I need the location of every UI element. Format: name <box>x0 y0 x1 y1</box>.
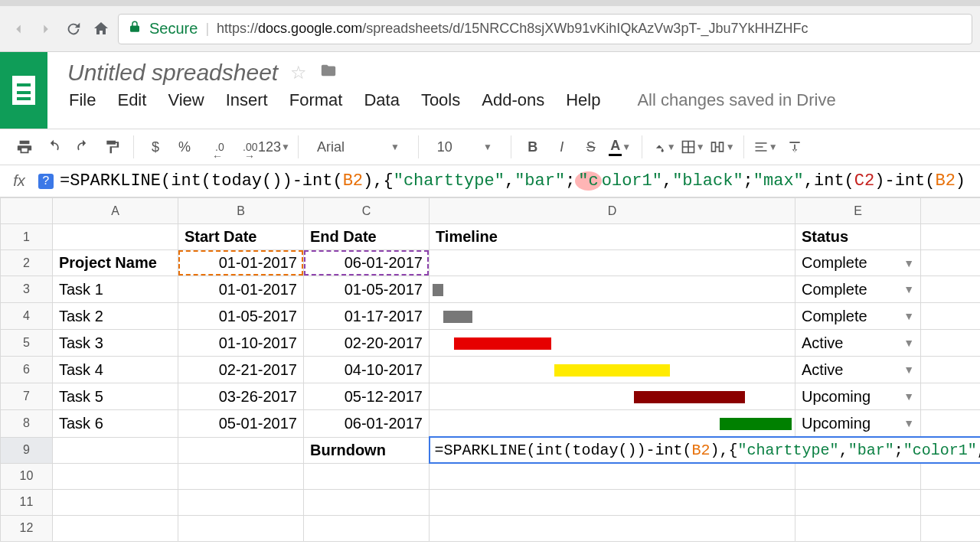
row-header-12[interactable]: 12 <box>1 515 53 541</box>
cell-D7[interactable] <box>430 383 795 410</box>
cell-D3[interactable] <box>430 276 795 303</box>
col-header-A[interactable]: A <box>53 198 178 224</box>
align-button[interactable]: ▼ <box>752 133 779 161</box>
cell-D11[interactable] <box>430 489 795 515</box>
cell-D12[interactable] <box>430 515 795 541</box>
cell-D8[interactable] <box>430 410 795 438</box>
row-header-11[interactable]: 11 <box>1 489 53 515</box>
row-header-4[interactable]: 4 <box>1 303 53 330</box>
cell-F4[interactable] <box>921 303 981 330</box>
cell-B12[interactable] <box>178 515 304 541</box>
cell-E6[interactable]: Active▼ <box>795 357 921 383</box>
home-button[interactable] <box>90 18 112 40</box>
address-bar[interactable]: Secure | https://docs.google.com/spreads… <box>118 14 972 44</box>
cell-D6[interactable] <box>430 357 795 383</box>
menu-edit[interactable]: Edit <box>117 90 146 110</box>
cell-F8[interactable] <box>921 410 981 438</box>
currency-button[interactable]: $ <box>142 133 169 161</box>
text-color-button[interactable]: A ▼ <box>606 133 634 161</box>
cell-F11[interactable] <box>921 489 981 515</box>
menu-tools[interactable]: Tools <box>421 90 460 110</box>
cell-D2[interactable] <box>430 250 795 276</box>
cell-B4[interactable]: 01-05-2017 <box>178 303 304 330</box>
reload-button[interactable] <box>63 18 84 40</box>
cell-E2[interactable]: Complete▼ <box>795 250 921 276</box>
cell-C3[interactable]: 01-05-2017 <box>304 276 430 303</box>
cell-E8[interactable]: Upcoming▼ <box>795 410 921 438</box>
valign-button[interactable] <box>781 133 808 161</box>
status-dropdown[interactable]: Active▼ <box>795 331 920 355</box>
paint-format-button[interactable] <box>98 133 126 161</box>
cell-F12[interactable] <box>921 515 981 541</box>
cell-A4[interactable]: Task 2 <box>53 303 178 330</box>
cell-F6[interactable] <box>921 357 981 383</box>
menu-file[interactable]: File <box>69 90 96 110</box>
row-header-2[interactable]: 2 <box>1 250 53 276</box>
formula-help-icon[interactable]: ? <box>38 174 54 189</box>
col-header-B[interactable]: B <box>178 198 304 224</box>
cell-A9[interactable] <box>53 437 178 463</box>
cell-E10[interactable] <box>795 463 921 489</box>
cell-A11[interactable] <box>53 489 178 515</box>
cell-E4[interactable]: Complete▼ <box>795 303 921 330</box>
status-dropdown[interactable]: Upcoming▼ <box>795 412 920 435</box>
formula-bar[interactable]: fx ? =SPARKLINE(int(today())-int(B2),{"c… <box>0 165 980 197</box>
cell-F10[interactable] <box>921 463 981 489</box>
cell-B1[interactable]: Start Date <box>178 224 304 250</box>
menu-add-ons[interactable]: Add-ons <box>482 90 544 110</box>
font-size-select[interactable]: 10▼ <box>426 139 503 155</box>
cell-D5[interactable] <box>430 330 795 357</box>
cell-A12[interactable] <box>53 515 178 541</box>
doc-title[interactable]: Untitled spreadsheet <box>67 60 278 86</box>
cell-E3[interactable]: Complete▼ <box>795 276 921 303</box>
cell-D4[interactable] <box>430 303 795 330</box>
cell-B5[interactable]: 01-10-2017 <box>178 330 304 357</box>
cell-C1[interactable]: End Date <box>304 224 430 250</box>
sheets-logo[interactable] <box>0 52 47 129</box>
col-header-C[interactable]: C <box>304 198 430 224</box>
percent-button[interactable]: % <box>171 133 198 161</box>
cell-A8[interactable]: Task 6 <box>53 410 178 438</box>
select-all-corner[interactable] <box>1 198 53 224</box>
borders-button[interactable]: ▼ <box>679 133 707 161</box>
menu-format[interactable]: Format <box>289 90 343 110</box>
cell-B11[interactable] <box>178 489 304 515</box>
cell-B10[interactable] <box>178 463 304 489</box>
cell-C12[interactable] <box>304 515 430 541</box>
cell-C9[interactable]: Burndown <box>304 437 430 463</box>
row-header-7[interactable]: 7 <box>1 383 53 410</box>
cell-C6[interactable]: 04-10-2017 <box>304 357 430 383</box>
row-header-9[interactable]: 9 <box>1 437 53 463</box>
merge-button[interactable]: ▼ <box>708 133 736 161</box>
fill-color-button[interactable]: ▼ <box>650 133 678 161</box>
redo-button[interactable] <box>69 133 96 161</box>
cell-B7[interactable]: 03-26-2017 <box>178 383 304 410</box>
col-header-F[interactable] <box>921 198 981 224</box>
cell-D1[interactable]: Timeline <box>430 224 795 250</box>
cell-C4[interactable]: 01-17-2017 <box>304 303 430 330</box>
cell-C7[interactable]: 05-12-2017 <box>304 383 430 410</box>
cell-D10[interactable] <box>430 463 795 489</box>
cell-A1[interactable] <box>53 224 178 250</box>
cell-C5[interactable]: 02-20-2017 <box>304 330 430 357</box>
cell-B9[interactable] <box>178 437 304 463</box>
row-header-3[interactable]: 3 <box>1 276 53 303</box>
cell-E12[interactable] <box>795 515 921 541</box>
status-dropdown[interactable]: Complete▼ <box>795 305 920 328</box>
cell-E7[interactable]: Upcoming▼ <box>795 383 921 410</box>
cell-B2[interactable]: 01-01-2017 <box>178 250 304 276</box>
status-dropdown[interactable]: Complete▼ <box>795 251 920 275</box>
cell-F2[interactable] <box>921 250 981 276</box>
row-header-1[interactable]: 1 <box>1 224 53 250</box>
cell-E5[interactable]: Active▼ <box>795 330 921 357</box>
status-dropdown[interactable]: Complete▼ <box>795 278 920 302</box>
col-header-D[interactable]: D <box>430 198 795 224</box>
font-select[interactable]: Arial▼ <box>306 139 410 155</box>
cell-C10[interactable] <box>304 463 430 489</box>
row-header-5[interactable]: 5 <box>1 330 53 357</box>
col-header-E[interactable]: E <box>795 198 921 224</box>
print-button[interactable] <box>11 133 38 161</box>
cell-D9-editing[interactable]: =SPARKLINE(int(today())-int(B2),{"chartt… <box>430 437 981 463</box>
row-header-6[interactable]: 6 <box>1 357 53 383</box>
strike-button[interactable]: S <box>577 133 605 161</box>
